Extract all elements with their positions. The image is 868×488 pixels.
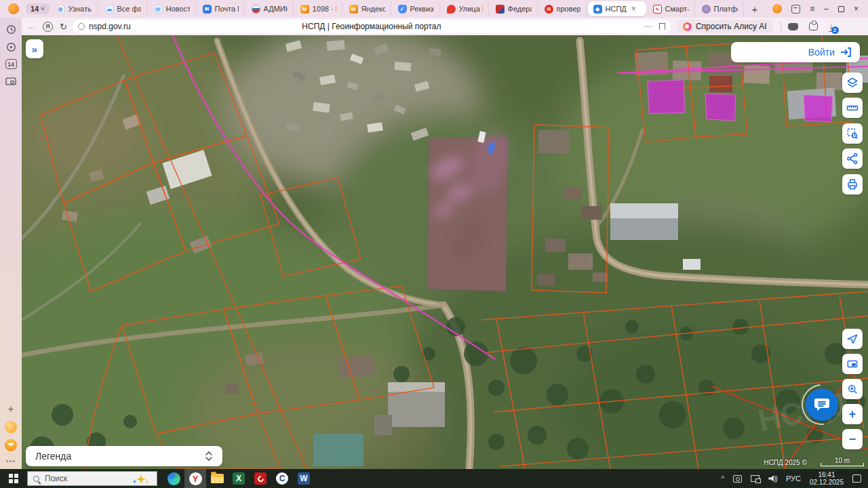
windows-taskbar: Поиск Y X C W ^ )) РУС 16:41 02.12.2025 xyxy=(0,469,868,488)
zoom-out-button[interactable]: − xyxy=(842,429,863,449)
hidden-icons-chevron[interactable]: ^ xyxy=(722,475,725,483)
tab-ulitsa[interactable]: Улица М xyxy=(441,1,489,16)
screenshot-tray-icon[interactable] xyxy=(733,475,742,483)
tab-admin[interactable]: АДМИНИ xyxy=(246,1,294,16)
pinned-extension-icon[interactable] xyxy=(8,3,19,14)
notification-center-icon[interactable] xyxy=(852,474,861,483)
more-dots-icon[interactable]: ••• xyxy=(6,457,16,465)
screenshot-icon[interactable] xyxy=(5,75,17,87)
new-tab-button[interactable]: + xyxy=(745,3,765,15)
ruler-button[interactable] xyxy=(842,98,863,118)
desktop: 14 ˅ ◎Узнать И ☁Все файл @Новость ✉Почта… xyxy=(0,0,868,488)
zoom-in-button[interactable]: + xyxy=(842,404,863,424)
history-clock-icon[interactable] xyxy=(5,24,17,35)
zoom-search-button[interactable] xyxy=(842,379,863,399)
games-icon[interactable] xyxy=(5,421,17,433)
nspd-blue-icon: ◆ xyxy=(593,5,602,14)
legend-label: Легенда xyxy=(35,451,71,462)
tab-novost[interactable]: @Новость xyxy=(149,1,196,16)
plus-icon: + xyxy=(849,408,856,420)
taskbar-search-input[interactable]: Поиск xyxy=(27,471,157,486)
tab-nspd-active[interactable]: ◆НСПД× xyxy=(588,1,646,16)
word-app-button[interactable]: W xyxy=(293,469,315,488)
tab-rekvizit[interactable]: ✓Реквизит xyxy=(393,1,440,16)
minimize-button[interactable]: – xyxy=(824,5,829,13)
tab-federal[interactable]: Федерал xyxy=(490,1,538,16)
refresh-icon[interactable]: ↻ xyxy=(60,22,67,32)
login-button[interactable]: Войти xyxy=(731,42,860,62)
play-circle-icon[interactable] xyxy=(5,41,17,53)
legend-dropdown[interactable]: Легенда xyxy=(26,446,222,466)
consultant-app-button[interactable]: C xyxy=(271,469,293,488)
red-blue-flag-icon xyxy=(496,5,505,14)
edge-app-button[interactable] xyxy=(163,469,184,488)
adblock-extension-icon[interactable] xyxy=(788,23,798,30)
area-search-button[interactable] xyxy=(842,123,863,144)
close-tab-icon[interactable]: × xyxy=(631,4,636,14)
back-icon[interactable]: ← xyxy=(27,22,36,32)
consultant-icon: C xyxy=(276,472,288,485)
tab-count-badge[interactable]: 14 xyxy=(5,59,17,69)
tab-pochta[interactable]: ✉Почта М xyxy=(197,1,245,16)
minus-icon: − xyxy=(849,433,856,445)
double-chevron-right-icon: » xyxy=(32,43,37,55)
extension-orange-icon[interactable] xyxy=(772,4,782,14)
menu-icon[interactable]: ≡ xyxy=(810,5,814,13)
yandex-red-icon: Я xyxy=(545,5,553,14)
layers-icon xyxy=(846,76,859,89)
chat-assistant-button[interactable] xyxy=(806,388,838,421)
excel-icon: X xyxy=(233,472,245,485)
taskbar-apps: Y X C W xyxy=(163,469,315,488)
cloud-icon: ☁ xyxy=(105,5,114,14)
layers-button[interactable] xyxy=(842,73,863,93)
yandex-browser-app-button[interactable]: Y xyxy=(184,469,206,488)
restore-button[interactable] xyxy=(838,6,844,12)
tab-counter[interactable]: 14 ˅ xyxy=(26,3,50,14)
more-actions-icon[interactable]: ⋯ xyxy=(644,22,652,31)
add-icon[interactable]: + xyxy=(5,403,17,415)
mail-icon[interactable] xyxy=(5,439,17,451)
downloads-button[interactable]: ↓ 2 xyxy=(829,22,834,31)
site-info-icon[interactable] xyxy=(78,23,85,30)
tab-platform[interactable]: Платфор xyxy=(696,1,744,16)
start-button[interactable] xyxy=(0,469,27,488)
overview-map-icon xyxy=(846,357,859,371)
share-button[interactable] xyxy=(842,148,863,169)
ask-alice-button[interactable]: Спросить Алису AI xyxy=(676,20,774,33)
yandex-badge-icon[interactable]: Я xyxy=(43,22,53,32)
expand-panel-button[interactable]: » xyxy=(26,39,43,58)
edge-icon xyxy=(167,472,180,485)
locate-button[interactable] xyxy=(842,329,863,349)
overview-map-button[interactable] xyxy=(842,354,863,374)
tab-uznat[interactable]: ◎Узнать И xyxy=(51,1,98,16)
file-explorer-app-button[interactable] xyxy=(206,469,228,488)
location-pin-icon: ◎ xyxy=(56,5,65,14)
tab-vse-faily[interactable]: ☁Все файл xyxy=(100,1,147,16)
excel-app-button[interactable]: X xyxy=(228,469,250,488)
tab-smart[interactable]: ϟСмарт-Р xyxy=(648,1,695,16)
bookmark-icon[interactable] xyxy=(659,23,665,30)
envelope-icon: ✉ xyxy=(203,5,212,14)
russian-flag-icon xyxy=(252,5,260,14)
login-arrow-icon xyxy=(840,47,852,57)
language-indicator[interactable]: РУС xyxy=(786,474,801,483)
close-window-button[interactable]: × xyxy=(854,5,859,13)
network-tray-icon[interactable] xyxy=(751,475,760,482)
clock[interactable]: 16:41 02.12.2025 xyxy=(810,471,844,487)
tab-proverit[interactable]: Япроверит xyxy=(539,1,587,16)
search-icon xyxy=(33,476,39,482)
print-button[interactable] xyxy=(842,174,863,195)
extensions-icon[interactable] xyxy=(809,22,818,30)
print-icon xyxy=(846,178,859,191)
red-app-icon xyxy=(254,472,267,485)
bookmarks-panel-icon[interactable] xyxy=(791,5,800,14)
red-app-button[interactable] xyxy=(250,469,271,488)
speaker-icon[interactable]: )) xyxy=(768,475,777,483)
tab-1098[interactable]: M1098 · Вх xyxy=(295,1,342,16)
satellite-map[interactable]: НСПД xyxy=(22,35,868,469)
url-input[interactable]: nspd.gov.ru НСПД | Геоинформационный пор… xyxy=(73,20,671,33)
map-viewport[interactable]: НСПД » Войти xyxy=(22,35,868,469)
tab-yandex-p[interactable]: MЯндекс П xyxy=(344,1,391,16)
alice-icon xyxy=(683,22,692,31)
orange-mail-icon: M xyxy=(349,5,358,14)
